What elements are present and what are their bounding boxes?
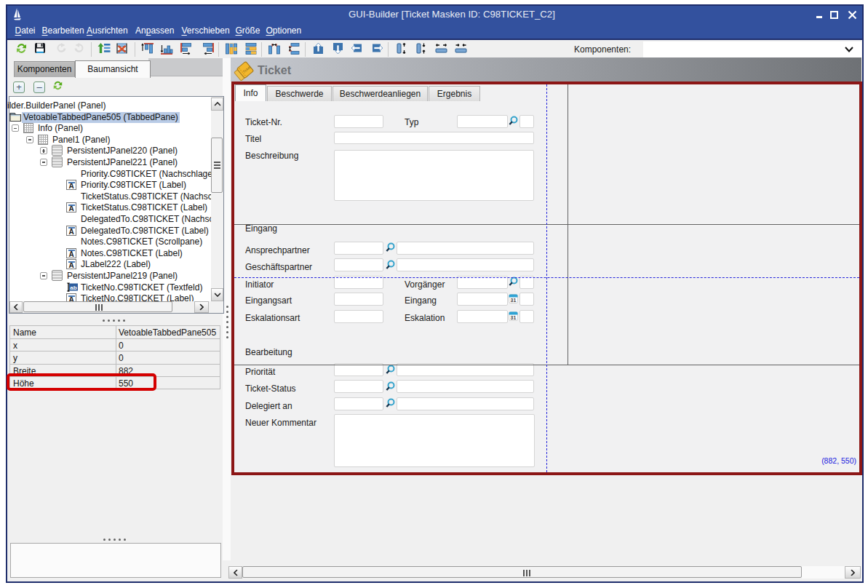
svg-text:ab: ab — [70, 285, 76, 291]
